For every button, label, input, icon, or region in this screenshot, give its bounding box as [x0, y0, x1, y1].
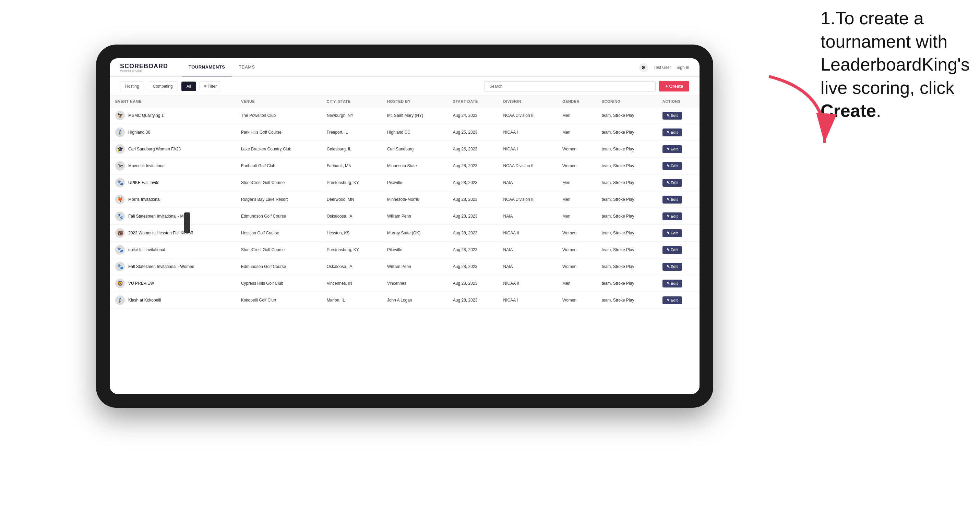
- tablet-screen: SCOREBOARD Powered by Clippr TOURNAMENTS…: [110, 58, 700, 394]
- events-table: EVENT NAME VENUE CITY, STATE HOSTED BY S…: [110, 96, 700, 309]
- cell-scoring: team, Stroke Play: [596, 191, 657, 208]
- tablet-frame: SCOREBOARD Powered by Clippr TOURNAMENTS…: [96, 44, 713, 408]
- table-row: 🦊 Morris Invitational Rutger's Bay Lake …: [110, 191, 700, 208]
- cell-city: Faribault, MN: [321, 158, 382, 175]
- cell-gender: Women: [557, 241, 596, 258]
- cell-gender: Women: [557, 258, 596, 275]
- nav-tab-teams[interactable]: TEAMS: [232, 58, 262, 76]
- cell-actions: ✎ Edit: [657, 208, 700, 225]
- event-name-text: Maverick Invitational: [128, 163, 165, 168]
- cell-scoring: team, Stroke Play: [596, 158, 657, 175]
- edit-button[interactable]: ✎ Edit: [662, 196, 682, 203]
- user-name: Test User: [654, 65, 671, 70]
- settings-icon[interactable]: ⚙: [639, 63, 648, 72]
- nav-tab-tournaments[interactable]: TOURNAMENTS: [182, 58, 232, 76]
- nav-right: ⚙ Test User Sign In: [639, 63, 689, 72]
- table-row: 🦅 MSMC Qualifying 1 The Powelton Club Ne…: [110, 107, 700, 124]
- event-icon: 🐾: [115, 211, 125, 221]
- edit-button[interactable]: ✎ Edit: [662, 263, 682, 271]
- cell-date: Aug 28, 2023: [447, 292, 498, 309]
- table-row: 🏌 Klash at Kokopelli Kokopelli Golf Club…: [110, 292, 700, 309]
- table-header-row: EVENT NAME VENUE CITY, STATE HOSTED BY S…: [110, 96, 700, 107]
- col-venue: VENUE: [235, 96, 321, 107]
- cell-event-name: 🐾 upike fall invitational: [110, 241, 235, 258]
- filter-hosting-button[interactable]: Hosting: [120, 81, 144, 91]
- cell-city: Freeport, IL: [321, 124, 382, 141]
- edit-button[interactable]: ✎ Edit: [662, 213, 682, 220]
- cell-event-name: 🦅 MSMC Qualifying 1: [110, 107, 235, 124]
- cell-event-name: 🐄 Maverick Invitational: [110, 158, 235, 175]
- cell-gender: Men: [557, 124, 596, 141]
- edit-button[interactable]: ✎ Edit: [662, 179, 682, 187]
- table-row: 🐾 upike fall invitational StoneCrest Gol…: [110, 241, 700, 258]
- cell-date: Aug 28, 2023: [447, 275, 498, 292]
- event-icon: 🐾: [115, 262, 125, 271]
- cell-division: NICAA I: [498, 124, 557, 141]
- cell-hosted-by: Pikeville: [382, 175, 447, 191]
- cell-venue: Edmundson Golf Course: [235, 258, 321, 275]
- signin-link[interactable]: Sign In: [676, 65, 689, 70]
- cell-actions: ✎ Edit: [657, 225, 700, 241]
- edit-button[interactable]: ✎ Edit: [662, 162, 682, 170]
- cell-gender: Men: [557, 107, 596, 124]
- edit-button[interactable]: ✎ Edit: [662, 145, 682, 153]
- cell-scoring: team, Stroke Play: [596, 292, 657, 309]
- col-city: CITY, STATE: [321, 96, 382, 107]
- edit-button[interactable]: ✎ Edit: [662, 246, 682, 254]
- cell-hosted-by: Minnesota-Morris: [382, 191, 447, 208]
- table-container: EVENT NAME VENUE CITY, STATE HOSTED BY S…: [110, 96, 700, 394]
- create-button[interactable]: + Create: [659, 81, 689, 92]
- cell-venue: Faribault Golf Club: [235, 158, 321, 175]
- cell-scoring: team, Stroke Play: [596, 124, 657, 141]
- cell-gender: Men: [557, 275, 596, 292]
- cell-date: Aug 25, 2023: [447, 124, 498, 141]
- cell-hosted-by: Mt. Saint Mary (NY): [382, 107, 447, 124]
- event-name-text: upike fall invitational: [128, 248, 165, 252]
- col-scoring: SCORING: [596, 96, 657, 107]
- edit-button[interactable]: ✎ Edit: [662, 112, 682, 120]
- edit-button[interactable]: ✎ Edit: [662, 297, 682, 304]
- event-icon: 🐾: [115, 178, 125, 187]
- cell-scoring: team, Stroke Play: [596, 208, 657, 225]
- event-icon: 🏌: [115, 295, 125, 305]
- cell-gender: Men: [557, 191, 596, 208]
- table-row: 🐾 Fall Statesmen Invitational - Men Edmu…: [110, 208, 700, 225]
- search-input[interactable]: [484, 81, 655, 92]
- filter-all-button[interactable]: All: [181, 81, 196, 91]
- cell-actions: ✎ Edit: [657, 191, 700, 208]
- cell-date: Aug 28, 2023: [447, 225, 498, 241]
- cell-event-name: 🐾 Fall Statesmen Invitational - Men: [110, 208, 235, 225]
- cell-venue: Edmundson Golf Course: [235, 208, 321, 225]
- cell-city: Prestonsburg, KY: [321, 241, 382, 258]
- table-row: 🦁 VU PREVIEW Cypress Hills Golf Club Vin…: [110, 275, 700, 292]
- event-name-text: MSMC Qualifying 1: [128, 113, 164, 118]
- cell-actions: ✎ Edit: [657, 292, 700, 309]
- cell-event-name: 🦊 Morris Invitational: [110, 191, 235, 208]
- table-row: 🐾 UPIKE Fall Invite StoneCrest Golf Cour…: [110, 175, 700, 191]
- cell-actions: ✎ Edit: [657, 258, 700, 275]
- event-icon: 🐾: [115, 245, 125, 255]
- cell-scoring: team, Stroke Play: [596, 175, 657, 191]
- cell-actions: ✎ Edit: [657, 241, 700, 258]
- cell-hosted-by: Pikeville: [382, 241, 447, 258]
- edit-button[interactable]: ✎ Edit: [662, 229, 682, 237]
- event-icon: 🐻: [115, 228, 125, 238]
- nav-tabs: TOURNAMENTS TEAMS: [182, 58, 262, 76]
- cell-venue: Hesston Golf Course: [235, 225, 321, 241]
- cell-date: Aug 24, 2023: [447, 107, 498, 124]
- edit-button[interactable]: ✎ Edit: [662, 129, 682, 137]
- filter-competing-button[interactable]: Competing: [148, 81, 178, 91]
- edit-button[interactable]: ✎ Edit: [662, 279, 682, 287]
- cell-date: Aug 28, 2023: [447, 175, 498, 191]
- col-actions: ACTIONS: [657, 96, 700, 107]
- cell-hosted-by: Highland CC: [382, 124, 447, 141]
- cell-division: NCAA Division II: [498, 158, 557, 175]
- cell-date: Aug 28, 2023: [447, 258, 498, 275]
- logo-sub: Powered by Clippr: [120, 69, 168, 72]
- logo-main: SCOREBOARD: [120, 63, 168, 70]
- filter-icon-button[interactable]: ≡ Filter: [200, 81, 221, 91]
- event-name-text: 2023 Women's Hesston Fall Kickoff: [128, 230, 193, 235]
- cell-division: NICAA II: [498, 225, 557, 241]
- table-row: 🐄 Maverick Invitational Faribault Golf C…: [110, 158, 700, 175]
- cell-date: Aug 28, 2023: [447, 241, 498, 258]
